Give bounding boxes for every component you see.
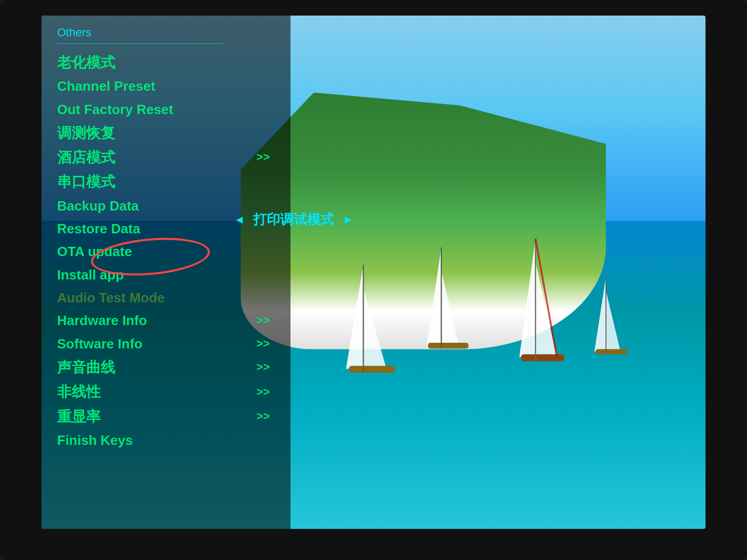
menu-item-arrow-nonlinear: >> [256, 384, 270, 400]
menu-item-label-restore-data: Restore Data [57, 219, 140, 238]
menu-item-arrow-hardware-info: >> [256, 313, 270, 329]
menu-item-label-hardware-info: Hardware Info [57, 311, 147, 330]
menu-item-ota-update[interactable]: OTA update [57, 240, 275, 263]
center-label: 打印调试模式 [253, 211, 334, 229]
menu-item-label-debug-restore: 调测恢复 [57, 123, 115, 143]
screen: Others 老化模式Channel PresetOut Factory Res… [42, 16, 706, 529]
menu-item-arrow-refresh-rate: >> [256, 409, 270, 425]
menu-title: Others [57, 26, 275, 39]
menu-item-aging-mode[interactable]: 老化模式 [57, 50, 275, 75]
menu-item-channel-preset[interactable]: Channel Preset [57, 75, 275, 97]
menu-item-label-nonlinear: 非线性 [57, 382, 101, 402]
menu-item-label-out-factory-reset: Out Factory Reset [57, 100, 173, 119]
menu-item-label-hotel-mode: 酒店模式 [57, 147, 115, 167]
arrow-right-icon: ► [342, 213, 354, 227]
menu-item-sound-curve[interactable]: 声音曲线>> [57, 355, 275, 380]
menu-item-serial-mode[interactable]: 串口模式 [57, 170, 275, 194]
menu-item-hotel-mode[interactable]: 酒店模式>> [57, 145, 275, 170]
menu-item-arrow-software-info: >> [256, 336, 270, 352]
menu-item-hardware-info[interactable]: Hardware Info>> [57, 309, 275, 332]
menu-item-nonlinear[interactable]: 非线性>> [57, 380, 275, 404]
menu-items-list: 老化模式Channel PresetOut Factory Reset调测恢复酒… [57, 50, 275, 452]
menu-item-arrow-sound-curve: >> [256, 359, 270, 375]
menu-item-label-audio-test: Audio Test Mode [57, 288, 165, 307]
menu-item-label-serial-mode: 串口模式 [57, 172, 115, 192]
menu-divider [57, 44, 223, 44]
menu-item-label-backup-data: Backup Data [57, 197, 139, 215]
menu-item-label-install-app: Install app [57, 265, 124, 284]
menu-item-label-software-info: Software Info [57, 334, 143, 353]
menu-item-install-app[interactable]: Install app [57, 263, 275, 286]
menu-item-label-channel-preset: Channel Preset [57, 77, 155, 95]
menu-item-label-finish-keys: Finish Keys [57, 431, 133, 450]
menu-item-software-info[interactable]: Software Info>> [57, 332, 275, 355]
menu-item-label-aging-mode: 老化模式 [57, 52, 115, 73]
arrow-left-icon: ◄ [234, 213, 245, 227]
menu-item-finish-keys[interactable]: Finish Keys [57, 429, 275, 452]
menu-item-label-ota-update: OTA update [57, 242, 132, 261]
menu-item-refresh-rate[interactable]: 重显率>> [57, 404, 275, 429]
menu-item-debug-restore[interactable]: 调测恢复 [57, 121, 275, 145]
menu-item-label-refresh-rate: 重显率 [57, 407, 101, 427]
menu-item-out-factory-reset[interactable]: Out Factory Reset [57, 98, 275, 121]
center-info: ◄ 打印调试模式 ► [234, 211, 354, 229]
menu-item-label-sound-curve: 声音曲线 [57, 357, 115, 377]
menu-panel: Others 老化模式Channel PresetOut Factory Res… [57, 26, 275, 452]
tv-bezel: Others 老化模式Channel PresetOut Factory Res… [0, 0, 747, 560]
menu-item-audio-test[interactable]: Audio Test Mode [57, 286, 275, 309]
menu-item-arrow-hotel-mode: >> [256, 149, 270, 165]
